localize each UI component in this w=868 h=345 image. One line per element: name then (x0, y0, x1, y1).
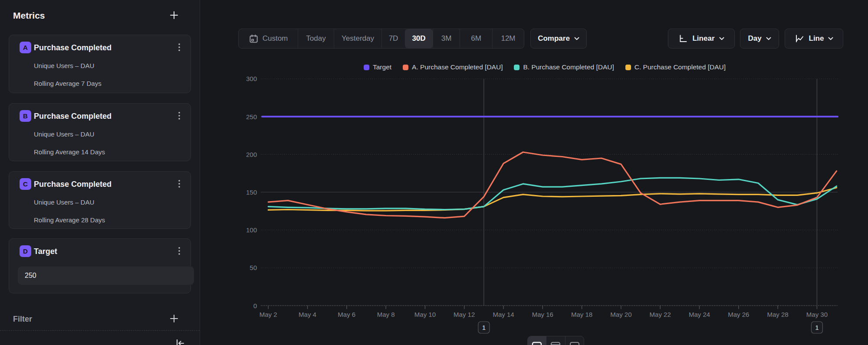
x-tick-label: May 30 (806, 311, 828, 318)
x-tick-label: May 12 (454, 311, 475, 318)
table-view-icon (550, 342, 561, 345)
series-line-0[interactable] (268, 152, 836, 218)
app-root: Metrics A Purchase Completed Unique User… (0, 0, 868, 345)
x-tick-label: May 10 (414, 311, 436, 318)
x-tick-label: May 26 (728, 311, 749, 318)
series-line-1[interactable] (268, 178, 836, 209)
x-tick-label: May 28 (767, 311, 788, 318)
chart-view-tab[interactable] (528, 336, 546, 345)
y-tick-label: 250 (246, 113, 257, 120)
x-tick-label: May 4 (299, 311, 316, 318)
table-view-tab[interactable] (546, 336, 565, 345)
x-tick-label: May 6 (338, 311, 355, 318)
x-tick-label: May 18 (571, 311, 592, 318)
y-tick-label: 100 (246, 226, 257, 234)
x-tick-label: May 2 (260, 311, 277, 318)
x-tick-label: May 24 (689, 311, 710, 318)
view-switcher (527, 336, 584, 345)
panel-view-tab[interactable] (565, 336, 584, 345)
x-tick-label: May 14 (493, 311, 514, 318)
annotation-badge-label: 1 (815, 324, 819, 331)
y-tick-label: 300 (246, 75, 257, 82)
x-tick-label: May 22 (650, 311, 671, 318)
y-tick-label: 200 (246, 151, 257, 158)
series-line-2[interactable] (268, 188, 836, 211)
y-tick-label: 0 (253, 302, 257, 309)
x-tick-label: May 16 (532, 311, 553, 318)
panel-view-icon (569, 342, 580, 345)
x-tick-label: May 20 (610, 311, 631, 318)
chart-view-icon (532, 342, 542, 345)
x-tick-label: May 8 (377, 311, 395, 318)
y-tick-label: 150 (246, 189, 257, 196)
line-chart: 050100150200250300May 2May 4May 6May 8Ma… (0, 0, 868, 345)
annotation-badge-label: 1 (482, 324, 486, 331)
y-tick-label: 50 (250, 264, 257, 271)
